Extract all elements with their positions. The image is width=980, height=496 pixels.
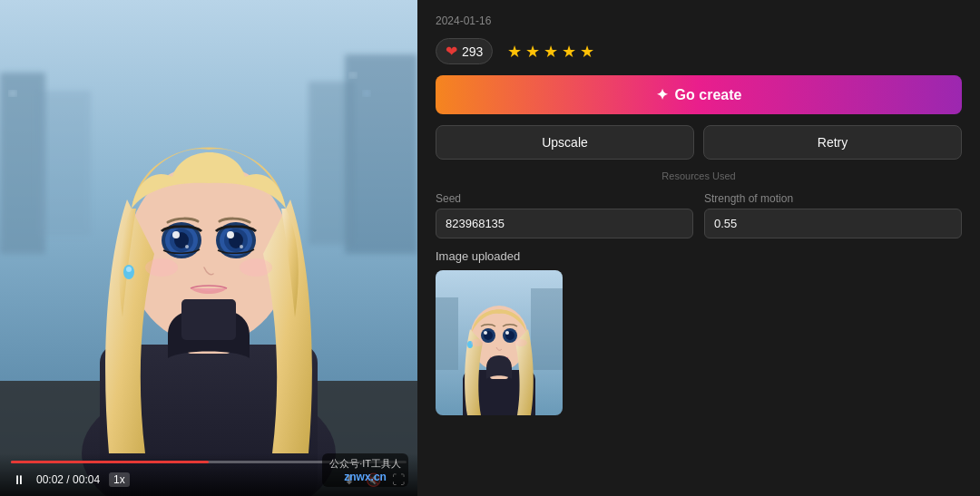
- svg-rect-29: [181, 299, 236, 340]
- anime-character-image: [0, 0, 417, 496]
- strength-label: Strength of motion: [704, 192, 962, 205]
- right-panel: 2024-01-16 ❤ 293 ★ ★ ★ ★ ★ ✦ Go create U…: [417, 0, 980, 496]
- strength-block: Strength of motion 0.55: [704, 192, 962, 238]
- svg-point-18: [185, 245, 189, 248]
- speed-badge[interactable]: 1x: [109, 472, 130, 487]
- svg-rect-6: [349, 73, 357, 78]
- uploaded-thumbnail: [436, 270, 563, 415]
- svg-point-23: [227, 231, 234, 238]
- action-row: Upscale Retry: [436, 125, 962, 160]
- heart-icon: ❤: [446, 43, 457, 60]
- star-4[interactable]: ★: [562, 42, 576, 62]
- watermark: 公众号·IT工具人 znwx.cn: [322, 453, 408, 487]
- svg-point-17: [172, 231, 180, 238]
- star-5[interactable]: ★: [580, 42, 594, 62]
- svg-point-26: [240, 258, 272, 277]
- progress-fill: [11, 461, 209, 463]
- like-badge[interactable]: ❤ 293: [436, 38, 493, 64]
- watermark-line2: znwx.cn: [344, 471, 387, 483]
- svg-point-44: [514, 339, 527, 346]
- info-grid: Seed 823968135 Strength of motion 0.55: [436, 192, 962, 238]
- seed-label: Seed: [436, 192, 693, 205]
- svg-rect-7: [363, 91, 370, 96]
- go-create-button[interactable]: ✦ Go create: [436, 75, 962, 114]
- svg-rect-4: [36, 91, 91, 236]
- image-uploaded-section: Image uploaded: [436, 249, 962, 415]
- svg-rect-3: [309, 82, 354, 245]
- likes-count: 293: [462, 44, 483, 59]
- image-uploaded-label: Image uploaded: [436, 249, 962, 263]
- pause-icon: ⏸: [13, 472, 25, 487]
- retry-button[interactable]: Retry: [703, 125, 962, 160]
- seed-value: 823968135: [436, 209, 693, 238]
- thumbnail-image: [436, 270, 563, 415]
- svg-rect-5: [9, 91, 16, 96]
- svg-point-25: [145, 258, 178, 277]
- star-2[interactable]: ★: [525, 42, 540, 62]
- date-label: 2024-01-16: [436, 15, 962, 27]
- watermark-line1: 公众号·IT工具人: [329, 457, 401, 471]
- upscale-button[interactable]: Upscale: [436, 125, 694, 160]
- svg-point-28: [126, 267, 132, 272]
- svg-rect-32: [531, 288, 563, 370]
- star-3[interactable]: ★: [544, 42, 558, 62]
- sparkle-icon: ✦: [656, 86, 668, 103]
- svg-point-24: [240, 245, 243, 248]
- video-player: ⏸ 00:02 / 00:04 1x ⬇ 🔇 ⛶: [0, 0, 417, 496]
- svg-rect-2: [345, 54, 417, 254]
- star-1[interactable]: ★: [507, 42, 522, 62]
- strength-value: 0.55: [704, 209, 962, 238]
- go-create-label: Go create: [675, 87, 742, 103]
- resources-label: Resources Used: [436, 170, 962, 181]
- seed-block: Seed 823968135: [436, 192, 693, 238]
- svg-point-38: [484, 331, 487, 335]
- svg-point-43: [471, 339, 484, 346]
- time-display: 00:02 / 00:04: [36, 473, 100, 486]
- svg-point-41: [505, 331, 509, 335]
- video-thumbnail: ⏸ 00:02 / 00:04 1x ⬇ 🔇 ⛶: [0, 0, 417, 496]
- svg-rect-31: [436, 297, 458, 370]
- stars-row[interactable]: ★ ★ ★ ★ ★: [507, 42, 594, 62]
- pause-button[interactable]: ⏸: [11, 471, 27, 489]
- rating-row: ❤ 293 ★ ★ ★ ★ ★: [436, 38, 962, 64]
